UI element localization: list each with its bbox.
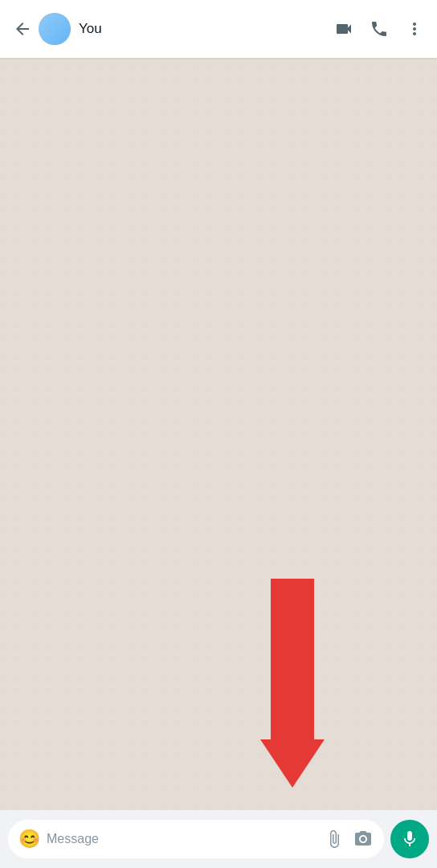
avatar[interactable] [39, 13, 71, 45]
camera-button[interactable] [352, 828, 374, 850]
message-input[interactable] [47, 832, 317, 846]
video-call-button[interactable] [328, 13, 360, 45]
arrow-indicator [260, 579, 325, 788]
message-input-bar: 😊 [0, 810, 437, 868]
header-actions [328, 13, 431, 45]
back-button[interactable] [6, 13, 39, 45]
mic-button[interactable] [390, 820, 429, 858]
message-input-container: 😊 [8, 820, 384, 858]
more-options-button[interactable] [398, 13, 431, 45]
chat-header: You [0, 0, 437, 58]
attach-button[interactable] [323, 828, 345, 850]
chat-messages [0, 58, 437, 810]
phone-call-button[interactable] [363, 13, 395, 45]
emoji-button[interactable]: 😊 [18, 828, 40, 850]
contact-info[interactable]: You [79, 21, 328, 37]
contact-name: You [79, 21, 328, 37]
